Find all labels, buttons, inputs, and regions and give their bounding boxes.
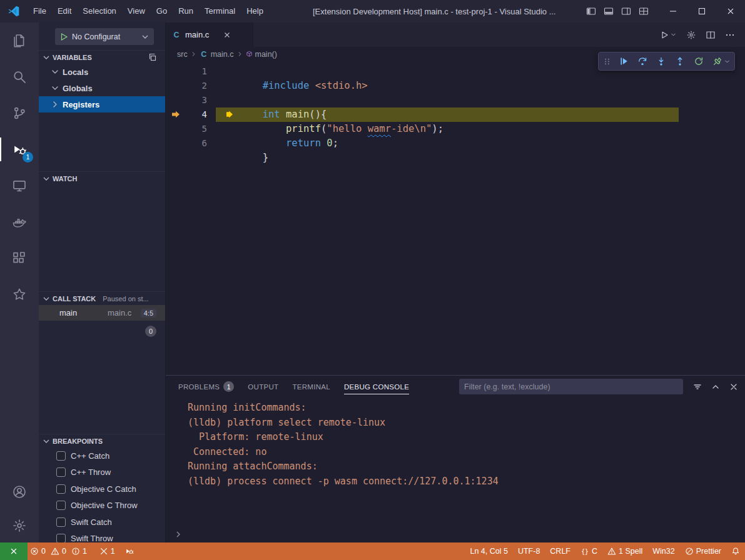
debug-console-output[interactable]: Running initCommands:(lldb) platform sel… [166, 398, 745, 526]
breakpoint-checkbox[interactable] [56, 501, 66, 510]
filter-icon[interactable] [692, 382, 702, 392]
breakpoint-row[interactable]: C++ Catch [39, 448, 165, 464]
close-tab-icon[interactable] [222, 30, 232, 40]
menu-terminal[interactable]: Terminal [199, 0, 241, 22]
panel-tab-debug-console[interactable]: DEBUG CONSOLE [344, 376, 409, 398]
breakpoint-checkbox[interactable] [56, 518, 66, 527]
menu-view[interactable]: View [122, 0, 151, 22]
menu-selection[interactable]: Selection [77, 0, 121, 22]
step-out-button[interactable] [671, 53, 688, 69]
code-line-4[interactable]: 4 printf("hello wamr-ide\n"); [166, 108, 745, 122]
glyph-margin[interactable] [166, 79, 190, 93]
code-text[interactable]: } [216, 136, 268, 151]
restart-button[interactable] [690, 53, 707, 69]
toggle-panel-icon[interactable] [604, 6, 614, 16]
glyph-margin[interactable] [166, 108, 190, 122]
variables-row-globals[interactable]: Globals [39, 80, 165, 96]
variables-header[interactable]: VARIABLES [39, 50, 165, 64]
activity-source-control[interactable] [0, 95, 39, 131]
breadcrumb-item[interactable]: Cmain.c [200, 50, 234, 59]
status-encoding[interactable]: UTF-8 [513, 542, 545, 560]
maximize-panel-icon[interactable] [711, 382, 721, 392]
activity-run-debug[interactable]: 1 [0, 131, 39, 168]
chevron-down-icon[interactable] [724, 58, 731, 65]
glyph-margin[interactable] [166, 64, 190, 79]
console-filter-input[interactable] [459, 379, 683, 394]
code-line-3[interactable]: 3 int main(){ [166, 93, 745, 108]
status-language-mode[interactable]: {} C [575, 542, 602, 560]
status-errors[interactable]: 0 [28, 542, 48, 560]
tab-main-c[interactable]: C main.c [166, 22, 253, 47]
editor[interactable]: 1 #include <stdio.h> 2 3 int main(){ [166, 61, 745, 375]
variables-row-registers[interactable]: Registers [39, 96, 165, 112]
panel-tab-problems[interactable]: PROBLEMS 1 [178, 376, 234, 398]
menu-go[interactable]: Go [151, 0, 173, 22]
breakpoint-row[interactable]: Objective C Throw [39, 498, 165, 514]
code-text[interactable]: #include <stdio.h> [216, 64, 368, 79]
configure-button[interactable] [686, 30, 696, 40]
menu-file[interactable]: File [28, 0, 52, 22]
minimize-button[interactable] [659, 0, 687, 22]
activity-search[interactable] [0, 59, 39, 95]
status-notifications[interactable] [726, 542, 745, 560]
activity-remote-explorer[interactable] [0, 168, 39, 204]
inline-breakpoint-icon[interactable] [225, 109, 235, 119]
breadcrumb-item[interactable]: src [177, 50, 188, 59]
breakpoint-checkbox[interactable] [56, 534, 66, 542]
menu-help[interactable]: Help [241, 0, 269, 22]
code-text[interactable]: int main(){ [216, 93, 327, 108]
status-warnings[interactable]: 0 [48, 542, 69, 560]
disconnect-button[interactable] [709, 53, 726, 69]
stack-frame[interactable]: main main.c 4:5 [39, 305, 165, 321]
remote-indicator[interactable] [0, 542, 28, 560]
breakpoint-checkbox[interactable] [56, 468, 66, 477]
customize-layout-icon[interactable] [639, 6, 649, 16]
code-text[interactable]: printf("hello wamr-ide\n"); [216, 108, 443, 122]
glyph-margin[interactable] [166, 93, 190, 108]
variables-row-locals[interactable]: Locals [39, 64, 165, 80]
glyph-margin[interactable] [166, 136, 190, 151]
status-eol[interactable]: CRLF [545, 542, 575, 560]
menu-run[interactable]: Run [173, 0, 199, 22]
debug-config-dropdown[interactable]: No Configurat [55, 28, 154, 45]
code-text[interactable] [216, 79, 263, 93]
status-cursor-position[interactable]: Ln 4, Col 5 [465, 542, 512, 560]
toolbar-drag-handle-icon[interactable] [602, 57, 612, 66]
breakpoint-row[interactable]: Objective C Catch [39, 481, 165, 498]
code-text[interactable]: return 0; [216, 122, 338, 136]
step-over-button[interactable] [634, 53, 651, 69]
breakpoint-checkbox[interactable] [56, 484, 66, 494]
code-line-5[interactable]: 5 return 0; [166, 122, 745, 136]
step-into-button[interactable] [652, 53, 669, 69]
breadcrumb-item[interactable]: main() [246, 50, 277, 59]
breakpoint-row[interactable]: C++ Throw [39, 464, 165, 481]
status-platform[interactable]: Win32 [647, 542, 679, 560]
code-line-6[interactable]: 6 } [166, 136, 745, 151]
code-line-2[interactable]: 2 [166, 79, 745, 93]
glyph-margin[interactable] [166, 122, 190, 136]
panel-tab-terminal[interactable]: TERMINAL [292, 376, 330, 398]
debug-console-input[interactable] [166, 526, 745, 542]
maximize-button[interactable] [687, 0, 716, 22]
activity-account[interactable] [0, 475, 39, 509]
status-toolchain[interactable]: 1 [97, 542, 118, 560]
close-button[interactable] [716, 0, 745, 22]
activity-star[interactable] [0, 276, 39, 312]
activity-extensions[interactable] [0, 240, 39, 276]
status-debug-status[interactable] [123, 542, 136, 560]
more-actions-button[interactable] [725, 30, 735, 40]
breakpoint-row[interactable]: Swift Catch [39, 514, 165, 531]
collapse-all-icon[interactable] [148, 52, 158, 62]
toggle-secondary-sidebar-icon[interactable] [621, 6, 631, 16]
status-spell-checker[interactable]: 1 Spell [602, 542, 647, 560]
activity-docker[interactable] [0, 204, 39, 240]
breakpoint-checkbox[interactable] [56, 451, 66, 461]
run-or-debug-button[interactable] [660, 30, 677, 40]
menu-edit[interactable]: Edit [52, 0, 77, 22]
split-editor-button[interactable] [706, 30, 716, 40]
activity-settings[interactable] [0, 509, 39, 542]
close-panel-icon[interactable] [729, 382, 739, 392]
status-infos[interactable]: 1 [69, 542, 89, 560]
breakpoints-header[interactable]: BREAKPOINTS [39, 434, 165, 448]
continue-button[interactable] [615, 53, 632, 69]
